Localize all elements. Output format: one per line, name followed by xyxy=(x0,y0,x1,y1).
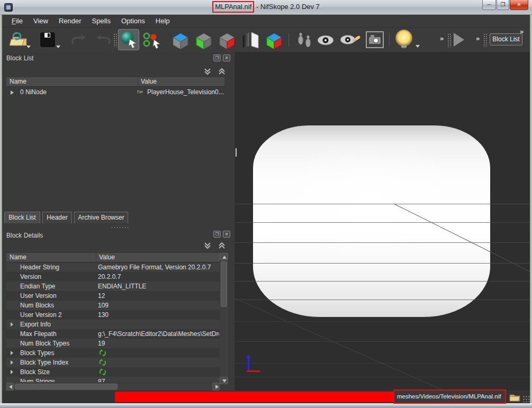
lighting-dropdown-caret[interactable] xyxy=(416,45,420,48)
row-name: Header String xyxy=(20,264,59,271)
menu-view[interactable]: View xyxy=(28,15,53,26)
table-row[interactable]: Block Types xyxy=(6,348,220,358)
row-name: Export Info xyxy=(20,321,51,328)
view-front-icon[interactable] xyxy=(194,31,214,50)
maximize-button[interactable]: ❐ xyxy=(497,0,509,10)
menu-spells[interactable]: Spells xyxy=(87,15,116,26)
toolbar-grip[interactable] xyxy=(447,33,452,47)
table-row[interactable]: Header StringGamebryo File Format, Versi… xyxy=(6,262,220,272)
toolbar-grip[interactable] xyxy=(113,33,118,47)
show-hidden-icon[interactable] xyxy=(315,34,337,47)
select-vertex-mode-icon[interactable] xyxy=(142,31,163,49)
flip-view-icon[interactable] xyxy=(240,31,260,49)
open-dropdown-caret[interactable] xyxy=(26,46,31,48)
details-horizontal-scrollbar[interactable] xyxy=(6,383,220,391)
menu-render[interactable]: Render xyxy=(53,15,87,26)
table-row[interactable]: Num Strings87 xyxy=(6,377,220,382)
render-viewport[interactable] xyxy=(235,52,530,391)
collapse-all-icon[interactable] xyxy=(203,68,212,75)
lighting-button[interactable] xyxy=(394,30,413,50)
table-row[interactable]: Endian TypeENDIAN_LITTLE xyxy=(6,282,220,291)
edit-visibility-icon[interactable] xyxy=(339,33,362,49)
float-panel-button[interactable]: ❐ xyxy=(213,55,221,61)
view-top-icon[interactable] xyxy=(170,31,191,50)
close-panel-button[interactable]: ✕ xyxy=(223,55,230,61)
menu-help[interactable]: Help xyxy=(150,15,175,26)
scroll-right-button[interactable] xyxy=(212,383,220,391)
table-row[interactable]: User Version 2130 xyxy=(6,310,220,320)
expand-arrow-icon[interactable] xyxy=(11,322,13,327)
titlebar[interactable]: MLPAnal.nif - NifSkope 2.0 Dev 7 ─ ❐ ✕ xyxy=(0,0,532,15)
screenshot-icon[interactable] xyxy=(365,31,384,50)
row-name: Num Blocks xyxy=(20,302,54,309)
dock-splitter-handle[interactable] xyxy=(111,226,129,229)
scrollbar-thumb[interactable] xyxy=(221,261,227,307)
scroll-left-button[interactable] xyxy=(6,383,14,391)
row-name: Max Filepath xyxy=(20,330,57,338)
table-row[interactable]: Block Size xyxy=(6,367,220,377)
walk-mode-icon[interactable] xyxy=(294,31,315,50)
scrollbar-thumb[interactable] xyxy=(15,384,118,389)
axis-x-indicator xyxy=(247,370,260,372)
toolbar-overflow-chevron[interactable]: » xyxy=(476,34,480,42)
row-value: Gamebryo File Format, Version 20.2.0.7 xyxy=(98,264,219,271)
expand-arrow-icon[interactable] xyxy=(11,360,13,365)
array-icon xyxy=(99,349,106,357)
row-name: Endian Type xyxy=(20,283,56,290)
save-dropdown-caret[interactable] xyxy=(56,46,60,48)
column-name: Name xyxy=(10,78,26,85)
tab-block-list[interactable]: Block List xyxy=(4,212,40,223)
close-button[interactable]: ✕ xyxy=(510,0,528,10)
left-dock-area: Block List ❐ ✕ Name Value 0 NiNode Txt P… xyxy=(2,52,233,391)
lightbulb-base2 xyxy=(402,48,405,49)
nifskope-window: MLPAnal.nif - NifSkope 2.0 Dev 7 ─ ❐ ✕ F… xyxy=(0,0,532,408)
scroll-up-button[interactable] xyxy=(220,253,228,260)
table-row[interactable]: Num Blocks109 xyxy=(6,301,220,310)
play-animation-icon[interactable] xyxy=(454,33,464,47)
menu-file[interactable]: File xyxy=(6,15,28,26)
select-object-mode-button[interactable] xyxy=(118,29,139,50)
column-separator[interactable] xyxy=(96,253,96,262)
axis-z-indicator xyxy=(248,358,249,370)
collapse-all-icon[interactable] xyxy=(203,242,212,249)
table-row[interactable]: Export Info xyxy=(6,320,220,329)
column-separator[interactable] xyxy=(138,77,138,87)
panel-splitter-handle[interactable] xyxy=(236,148,237,157)
expand-arrow-icon[interactable] xyxy=(11,370,13,374)
close-panel-button[interactable]: ✕ xyxy=(223,231,230,238)
details-vertical-scrollbar[interactable] xyxy=(220,253,228,384)
table-row[interactable]: Max Filepathg:\_F4\Scratch\Editor2\Data\… xyxy=(6,329,220,339)
column-value: Value xyxy=(141,78,157,85)
view-side-icon[interactable] xyxy=(217,31,237,50)
menu-options[interactable]: Options xyxy=(116,15,150,26)
block-name: 0 NiNode xyxy=(20,88,47,96)
expand-all-icon[interactable] xyxy=(218,242,227,249)
table-row[interactable]: User Version12 xyxy=(6,291,220,301)
document-name-annotated: MLPAnal.nif xyxy=(212,1,254,13)
save-file-icon[interactable] xyxy=(39,31,56,48)
television-mesh[interactable] xyxy=(253,125,490,317)
table-row[interactable]: Version20.2.0.7 xyxy=(6,272,220,282)
toolbar-grip[interactable] xyxy=(483,33,488,47)
browse-folder-button[interactable] xyxy=(509,392,521,402)
row-value: g:\_F4\Scratch\Editor2\Data\Meshes\SetDr… xyxy=(98,330,219,338)
block-list-toolbar-button[interactable]: Block List xyxy=(490,33,522,46)
scroll-down-button[interactable] xyxy=(220,377,228,384)
block-list-row-ninode[interactable]: 0 NiNode Txt PlayerHouse_Television0... xyxy=(6,87,224,98)
window-resize-grip[interactable] xyxy=(522,395,529,402)
redo-icon xyxy=(95,31,114,48)
row-value: 87 xyxy=(98,378,219,382)
float-panel-button[interactable]: ❐ xyxy=(213,231,221,238)
table-row[interactable]: Num Block Types19 xyxy=(6,339,220,348)
view-user-icon[interactable] xyxy=(264,31,284,50)
toolbar-overflow-chevron[interactable]: » xyxy=(440,34,444,42)
tab-archive-browser[interactable]: Archive Browser xyxy=(74,212,128,223)
expand-arrow-icon[interactable] xyxy=(11,90,14,95)
tab-header[interactable]: Header xyxy=(42,212,72,223)
toolbar-overflow-chevron[interactable]: » xyxy=(520,28,524,35)
minimize-button[interactable]: ─ xyxy=(482,0,496,10)
table-row[interactable]: Block Type Index xyxy=(6,358,220,367)
expand-arrow-icon[interactable] xyxy=(11,351,13,355)
expand-all-icon[interactable] xyxy=(218,68,227,75)
filepath-field-annotated[interactable]: meshes/Videos/Television/MLPAnal.nif xyxy=(393,389,506,404)
